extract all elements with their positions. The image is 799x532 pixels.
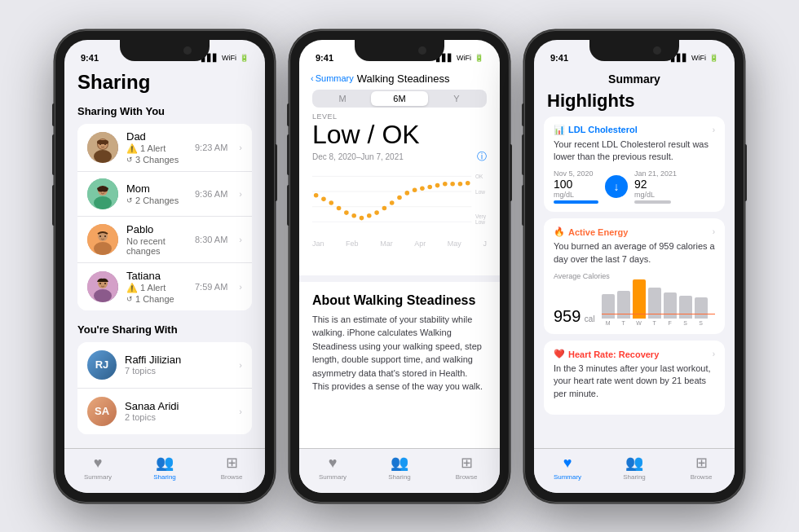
svg-text:OK: OK: [475, 174, 483, 179]
raffi-item[interactable]: RJ Raffi Jilizian 7 topics ›: [77, 342, 252, 389]
volume-up-btn3: [522, 134, 524, 175]
ldl-value2: 92: [634, 178, 677, 191]
ws-nav: ‹ Summary Walking Steadiness: [299, 69, 500, 85]
chevron-icon2: ›: [239, 189, 242, 199]
raffi-avatar: RJ: [87, 350, 117, 380]
time-btn-6m[interactable]: 6M: [371, 91, 428, 106]
sharing-item-dad[interactable]: Dad ⚠️ 1 Alert ↺ 3 Changes 9:23 AM ›: [77, 124, 252, 172]
pablo-info: Pablo No recent changes: [126, 223, 187, 256]
time-btn-m[interactable]: M: [314, 91, 371, 106]
cal-bar-m: M: [602, 294, 615, 326]
sanaa-item[interactable]: SA Sanaa Aridi 2 topics ›: [77, 389, 252, 434]
tab-browse-3[interactable]: ⊞ Browse: [668, 454, 735, 481]
heartrate-title-row: ❤️ Heart Rate: Recovery: [554, 349, 659, 359]
label-t2: T: [652, 320, 656, 326]
svg-point-40: [390, 200, 395, 205]
ldl-unit2: mg/dL: [634, 191, 677, 199]
mom-info: Mom ↺ 2 Changes: [126, 182, 187, 205]
tab-bar-1: ♥ Summary 👥 Sharing ⊞ Browse: [64, 448, 265, 493]
label-w: W: [636, 320, 642, 326]
x-mar: Mar: [380, 240, 393, 248]
ws-back-button[interactable]: ‹ Summary: [311, 73, 354, 83]
time-selector[interactable]: M 6M Y: [312, 90, 487, 108]
tab-sharing-2[interactable]: 👥 Sharing: [366, 454, 433, 481]
heartrate-card[interactable]: ❤️ Heart Rate: Recovery › In the 3 minut…: [544, 341, 725, 415]
energy-card[interactable]: 🔥 Active Energy › You burned an average …: [544, 218, 725, 334]
changes-icon: ↺: [126, 156, 133, 164]
pablo-time: 8:30 AM: [195, 235, 227, 244]
svg-point-9: [94, 196, 112, 209]
tab-summary-3[interactable]: ♥ Summary: [534, 455, 601, 481]
silent-switch: [52, 103, 55, 126]
heartrate-title: Heart Rate: Recovery: [568, 350, 659, 359]
section1-header: Sharing With You: [77, 105, 252, 117]
browse-tab-label2: Browse: [456, 473, 478, 481]
svg-text:Low: Low: [475, 189, 485, 195]
summary-tab-label: Summary: [84, 473, 112, 481]
sharing-item-tatiana[interactable]: Tatiana ⚠️ 1 Alert ↺ 1 Change 7:59 AM ›: [77, 263, 252, 310]
tab-summary-1[interactable]: ♥ Summary: [64, 455, 131, 481]
pablo-changes: No recent changes: [126, 236, 187, 256]
cal-value-area: 959 cal: [554, 307, 595, 326]
svg-point-37: [367, 213, 372, 218]
svg-point-47: [443, 182, 448, 187]
youre-sharing-list: RJ Raffi Jilizian 7 topics › SA Sanaa Ar…: [77, 342, 252, 434]
power-btn: [275, 144, 277, 201]
sanaa-name: Sanaa Aridi: [125, 400, 231, 412]
sanaa-topics: 2 topics: [125, 412, 231, 422]
phone3-wrapper: 9:41 ▋▋▋ WiFi 🔋 Summary Highlights 📊 LDL…: [524, 30, 744, 503]
svg-point-38: [374, 210, 379, 215]
status-icons: ▋▋▋ WiFi 🔋: [201, 54, 249, 62]
x-jan: Jan: [312, 240, 324, 248]
svg-point-45: [427, 184, 432, 189]
heartrate-card-header: ❤️ Heart Rate: Recovery ›: [554, 349, 715, 359]
ws-nav-title: Walking Steadiness: [357, 73, 450, 85]
svg-point-14: [94, 242, 112, 255]
energy-chevron: ›: [713, 227, 715, 236]
svg-point-41: [397, 195, 402, 200]
svg-point-33: [337, 205, 342, 210]
ldl-desc: Your recent LDL Cholesterol result was l…: [554, 138, 715, 164]
pablo-no-changes: No recent changes: [126, 236, 187, 256]
ldl-card[interactable]: 📊 LDL Cholesterol › Your recent LDL Chol…: [544, 117, 725, 213]
browse-tab-label3: Browse: [691, 473, 713, 481]
tab-sharing-1[interactable]: 👥 Sharing: [131, 454, 198, 481]
energy-title-row: 🔥 Active Energy: [554, 226, 628, 237]
tab-summary-2[interactable]: ♥ Summary: [299, 455, 366, 481]
status-time: 9:41: [81, 53, 99, 63]
svg-point-16: [104, 235, 106, 237]
browse-tab-icon3: ⊞: [695, 454, 708, 472]
tab-browse-2[interactable]: ⊞ Browse: [433, 454, 500, 481]
tab-sharing-3[interactable]: 👥 Sharing: [601, 454, 668, 481]
sharing-item-pablo[interactable]: Pablo No recent changes 8:30 AM ›: [77, 217, 252, 263]
x-feb: Feb: [346, 240, 359, 248]
wifi-icon: WiFi: [222, 54, 236, 62]
raffi-topics: 7 topics: [125, 366, 231, 376]
svg-point-30: [314, 193, 319, 198]
svg-point-34: [344, 210, 349, 215]
tab-browse-1[interactable]: ⊞ Browse: [198, 454, 265, 481]
cal-bar-s1: S: [679, 296, 692, 326]
status-time2: 9:41: [316, 53, 333, 63]
summary-nav: Summary: [534, 69, 735, 87]
svg-point-2: [94, 150, 112, 163]
browse-tab-icon: ⊞: [226, 454, 238, 472]
phones-container: 9:41 ▋▋▋ WiFi 🔋 Sharing Sharing With You: [55, 30, 744, 503]
time-btn-y[interactable]: Y: [428, 91, 485, 106]
svg-point-50: [466, 181, 470, 186]
dad-changes: ↺ 3 Changes: [126, 155, 187, 165]
avatar-tatiana: [87, 271, 118, 302]
x-apr: Apr: [414, 240, 426, 248]
changes-icon2: ↺: [126, 196, 133, 204]
tatiana-name: Tatiana: [126, 270, 187, 282]
ldl-date1: Nov 5, 2020: [554, 169, 598, 178]
ws-chart-svg: OK Low Very Low: [312, 166, 487, 240]
svg-point-39: [382, 205, 387, 210]
summary-tab-icon: ♥: [94, 455, 103, 472]
summary-tab-icon3: ♥: [563, 455, 572, 472]
summary-nav-title: Summary: [608, 73, 660, 86]
mom-changes: ↺ 2 Changes: [126, 196, 187, 205]
ws-about-title: About Walking Steadiness: [312, 293, 487, 308]
sharing-item-mom[interactable]: Mom ↺ 2 Changes 9:36 AM ›: [77, 172, 252, 217]
dad-changes-text: 3 Changes: [135, 155, 179, 165]
